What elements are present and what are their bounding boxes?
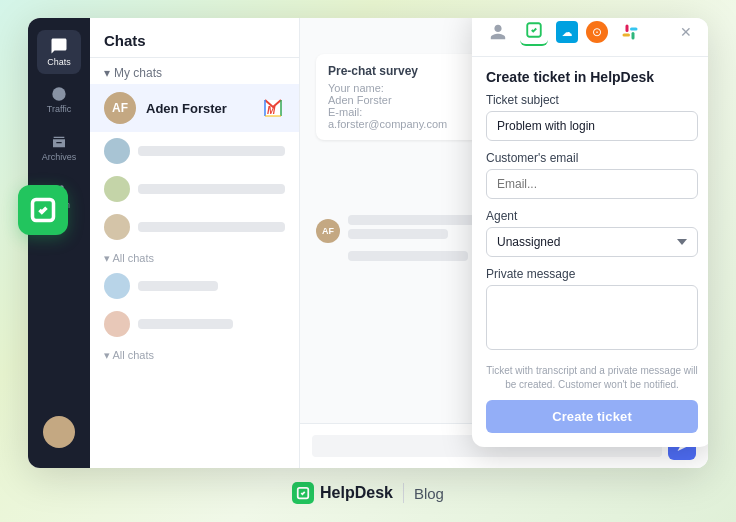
chat-name-4 [138, 222, 285, 232]
blurred-messages [348, 215, 488, 243]
blog-label[interactable]: Blog [414, 485, 444, 502]
sidebar-traffic-label: Traffic [47, 104, 72, 114]
all-chat-name-2 [138, 319, 233, 329]
logo-check-icon [292, 482, 314, 504]
all-chat-item-1[interactable] [90, 267, 299, 305]
avatar-3 [104, 176, 130, 202]
chat-item-4[interactable] [90, 208, 299, 246]
chat-item-2[interactable] [90, 132, 299, 170]
logo-text: HelpDesk [320, 484, 393, 502]
all-chat-item-2[interactable] [90, 305, 299, 343]
private-message-input[interactable] [486, 285, 698, 350]
ticket-subject-input[interactable] [486, 111, 698, 141]
svg-rect-3 [626, 25, 629, 33]
user-avatar-chat: AF [316, 219, 340, 243]
all-chats-section-2[interactable]: ▾ All chats [90, 343, 299, 364]
all-chat-avatar-2 [104, 311, 130, 337]
all-chats-section-1[interactable]: ▾ All chats [90, 246, 299, 267]
ticket-subject-label: Ticket subject [486, 93, 698, 107]
user-avatar[interactable] [43, 416, 75, 448]
sidebar: Chats Traffic Archives Team [28, 18, 90, 468]
helpdesk-logo: HelpDesk [292, 482, 393, 504]
svg-rect-6 [630, 28, 638, 31]
my-chats-label: My chats [114, 66, 162, 80]
bottom-bar: HelpDesk Blog [292, 482, 444, 504]
helpdesk-icon-btn[interactable] [520, 18, 548, 46]
sidebar-item-chats[interactable]: Chats [37, 30, 81, 74]
chats-header: Chats [90, 18, 299, 58]
customer-email-label: Customer's email [486, 151, 698, 165]
svg-rect-5 [623, 34, 631, 37]
helpdesk-modal: ☁ ⊙ ✕ Create ticket in HelpDesk Ticket s… [472, 18, 708, 447]
salesforce-icon-btn[interactable]: ☁ [556, 21, 578, 43]
customer-email-input[interactable] [486, 169, 698, 199]
customer-email-group: Customer's email [486, 151, 698, 199]
sidebar-item-archives[interactable]: Archives [37, 126, 81, 170]
modal-note: Ticket with transcript and a private mes… [486, 364, 698, 392]
slack-icon-btn[interactable] [616, 18, 644, 46]
all-chat-name-1 [138, 281, 218, 291]
chat-info-aden: Aden Forster [146, 101, 251, 116]
svg-rect-4 [632, 32, 635, 40]
app-window: Chats Traffic Archives Team Chats ▾ My c… [28, 18, 708, 468]
modal-top-bar: ☁ ⊙ ✕ [472, 18, 708, 57]
modal-title: Create ticket in HelpDesk [472, 57, 708, 93]
private-message-label: Private message [486, 267, 698, 281]
avatar-2 [104, 138, 130, 164]
ticket-subject-group: Ticket subject [486, 93, 698, 141]
private-message-group: Private message [486, 267, 698, 354]
all-chat-avatar-1 [104, 273, 130, 299]
chat-item-3[interactable] [90, 170, 299, 208]
agent-group: Agent Unassigned Agent 1 Agent 2 [486, 209, 698, 257]
person-icon-btn[interactable] [484, 18, 512, 46]
chat-name-2 [138, 146, 285, 156]
chat-name-3 [138, 184, 285, 194]
sidebar-item-traffic[interactable]: Traffic [37, 78, 81, 122]
my-chats-section[interactable]: ▾ My chats [90, 58, 299, 84]
svg-point-0 [52, 87, 65, 100]
avatar-4 [104, 214, 130, 240]
close-icon-btn[interactable]: ✕ [672, 18, 700, 46]
chat-list-panel: Chats ▾ My chats AF Aden Forster M [90, 18, 300, 468]
sidebar-archives-label: Archives [42, 152, 77, 162]
agent-select[interactable]: Unassigned Agent 1 Agent 2 [486, 227, 698, 257]
sidebar-chats-label: Chats [47, 57, 71, 67]
svg-text:M: M [267, 105, 276, 116]
create-ticket-button[interactable]: Create ticket [486, 400, 698, 433]
chat-name-aden: Aden Forster [146, 101, 251, 116]
gmail-icon: M [261, 96, 285, 120]
chat-avatar-aden: AF [104, 92, 136, 124]
floating-helpdesk-logo [18, 185, 68, 235]
active-chat-item[interactable]: AF Aden Forster M [90, 84, 299, 132]
logo-divider [403, 483, 404, 503]
chevron-down-icon: ▾ [104, 66, 110, 80]
modal-body: Ticket subject Customer's email Agent Un… [472, 93, 708, 447]
orange-icon-btn[interactable]: ⊙ [586, 21, 608, 43]
agent-field-label: Agent [486, 209, 698, 223]
